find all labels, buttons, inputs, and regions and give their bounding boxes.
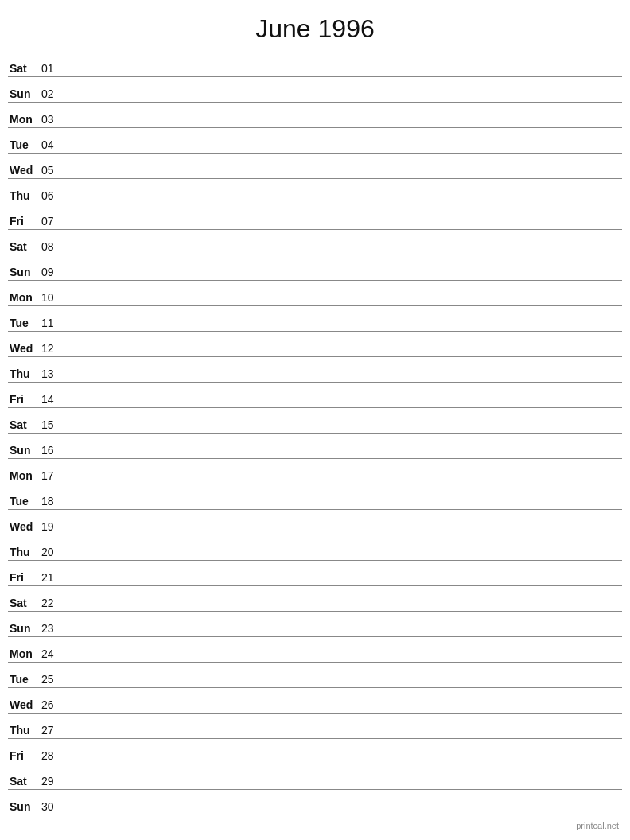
day-line [64, 252, 622, 253]
day-line [64, 176, 622, 177]
day-number: 05 [41, 164, 64, 177]
day-line [64, 74, 622, 75]
day-name: Sat [8, 775, 41, 788]
day-row: Wed26 [8, 688, 622, 714]
day-name: Thu [8, 546, 41, 558]
day-line [64, 634, 622, 635]
day-line [64, 379, 622, 380]
day-row: Sat01 [8, 52, 622, 77]
day-row: Fri21 [8, 561, 622, 586]
day-row: Sun23 [8, 612, 622, 637]
day-line [64, 329, 622, 329]
day-name: Fri [8, 749, 41, 762]
day-line [64, 736, 622, 737]
day-line [64, 787, 622, 788]
day-number: 10 [41, 291, 64, 304]
day-number: 30 [41, 800, 64, 813]
day-name: Fri [8, 393, 41, 406]
day-line [64, 354, 622, 355]
day-number: 28 [41, 749, 64, 762]
day-line [64, 481, 622, 482]
day-name: Sat [8, 62, 41, 75]
day-name: Sun [8, 622, 41, 635]
day-line [64, 659, 622, 660]
day-line [64, 227, 622, 228]
day-number: 22 [41, 597, 64, 609]
day-name: Wed [8, 698, 41, 711]
day-row: Sun02 [8, 77, 622, 103]
day-row: Mon17 [8, 459, 622, 484]
day-row: Sat22 [8, 586, 622, 612]
day-number: 24 [41, 648, 64, 660]
day-name: Sun [8, 266, 41, 278]
day-number: 01 [41, 62, 64, 75]
day-row: Sun16 [8, 434, 622, 459]
day-row: Sat29 [8, 764, 622, 790]
day-name: Mon [8, 469, 41, 482]
day-line [64, 685, 622, 686]
day-number: 29 [41, 775, 64, 788]
day-number: 17 [41, 469, 64, 482]
day-line [64, 201, 622, 202]
day-row: Tue11 [8, 306, 622, 332]
day-number: 04 [41, 138, 64, 151]
day-row: Mon10 [8, 281, 622, 306]
day-row: Thu27 [8, 714, 622, 739]
day-number: 27 [41, 724, 64, 737]
day-number: 19 [41, 520, 64, 533]
day-name: Mon [8, 648, 41, 660]
day-number: 03 [41, 113, 64, 126]
day-name: Sat [8, 597, 41, 609]
day-row: Wed19 [8, 510, 622, 535]
day-line [64, 812, 622, 813]
day-number: 20 [41, 546, 64, 558]
day-line [64, 150, 622, 151]
day-name: Sun [8, 88, 41, 100]
day-name: Sun [8, 800, 41, 813]
day-number: 18 [41, 495, 64, 508]
day-row: Thu13 [8, 357, 622, 383]
day-row: Fri07 [8, 204, 622, 230]
day-line [64, 532, 622, 533]
day-number: 25 [41, 673, 64, 686]
day-row: Sun09 [8, 255, 622, 281]
day-line [64, 558, 622, 558]
day-name: Thu [8, 724, 41, 737]
day-number: 12 [41, 342, 64, 355]
day-number: 09 [41, 266, 64, 278]
day-name: Wed [8, 342, 41, 355]
day-number: 06 [41, 189, 64, 202]
day-number: 26 [41, 698, 64, 711]
day-name: Tue [8, 317, 41, 329]
day-row: Wed05 [8, 154, 622, 179]
day-name: Sat [8, 418, 41, 431]
day-line [64, 761, 622, 762]
day-line [64, 99, 622, 100]
day-name: Fri [8, 571, 41, 584]
day-number: 16 [41, 444, 64, 457]
day-name: Thu [8, 368, 41, 380]
day-name: Sat [8, 240, 41, 253]
day-row: Sat15 [8, 408, 622, 434]
day-name: Mon [8, 113, 41, 126]
day-number: 23 [41, 622, 64, 635]
day-row: Wed12 [8, 332, 622, 357]
day-name: Mon [8, 291, 41, 304]
day-number: 02 [41, 88, 64, 100]
day-row: Fri28 [8, 739, 622, 764]
day-number: 11 [41, 317, 64, 329]
day-line [64, 583, 622, 584]
day-line [64, 278, 622, 278]
day-name: Wed [8, 164, 41, 177]
day-row: Mon03 [8, 103, 622, 128]
day-line [64, 405, 622, 406]
day-row: Fri14 [8, 383, 622, 408]
day-number: 08 [41, 240, 64, 253]
day-name: Thu [8, 189, 41, 202]
footer-text: printcal.net [576, 821, 619, 830]
day-line [64, 456, 622, 457]
day-number: 14 [41, 393, 64, 406]
day-number: 21 [41, 571, 64, 584]
day-name: Fri [8, 215, 41, 228]
day-row: Thu06 [8, 179, 622, 204]
